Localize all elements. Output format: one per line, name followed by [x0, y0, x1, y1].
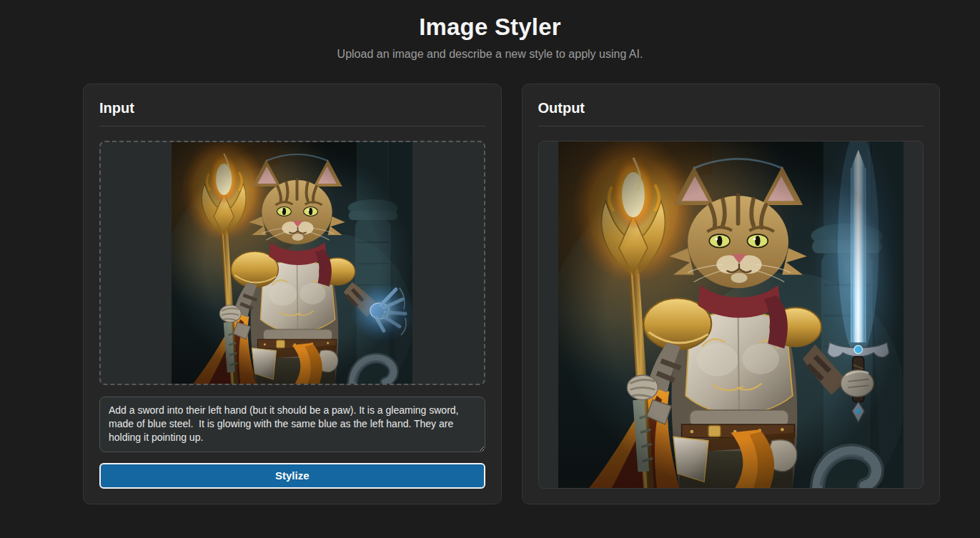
output-image-frame [538, 141, 924, 489]
input-card: Input Add a sword into their left hand (… [83, 84, 502, 504]
stylize-button[interactable]: Stylize [99, 463, 485, 489]
image-upload-dropzone[interactable] [99, 141, 485, 385]
input-heading: Input [99, 100, 485, 126]
panels-row: Input Add a sword into their left hand (… [83, 84, 940, 504]
app-header: Image Styler Upload an image and describ… [0, 0, 980, 61]
output-card: Output [522, 84, 941, 504]
page-title: Image Styler [0, 14, 980, 41]
output-image [558, 141, 904, 488]
page-subtitle: Upload an image and describe a new style… [0, 48, 980, 61]
style-prompt-textarea[interactable]: Add a sword into their left hand (but it… [99, 397, 485, 452]
input-image [172, 142, 412, 384]
output-heading: Output [538, 100, 924, 126]
